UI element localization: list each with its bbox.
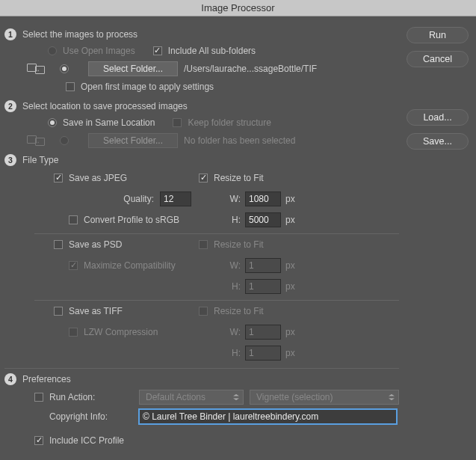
copyright-label: Copyright Info: <box>49 411 108 422</box>
psd-h-input <box>245 279 281 294</box>
save-same-location-radio[interactable] <box>48 118 57 127</box>
psd-resize-checkbox <box>199 240 208 249</box>
run-button[interactable]: Run <box>407 27 469 43</box>
keep-folder-structure-label: Keep folder structure <box>188 117 271 128</box>
copyright-input[interactable] <box>139 409 397 424</box>
psd-w-px: px <box>285 260 295 271</box>
tiff-h-px: px <box>285 348 295 358</box>
save-as-tiff-checkbox[interactable] <box>54 307 63 316</box>
select-dest-folder-radio[interactable] <box>60 136 69 145</box>
run-action-checkbox[interactable] <box>34 393 43 402</box>
max-compat-label: Maximize Compatibility <box>84 260 176 271</box>
psd-h-px: px <box>285 281 295 292</box>
tiff-w-label: W: <box>226 327 241 337</box>
jpeg-resize-checkbox[interactable] <box>199 174 208 183</box>
convert-srgb-checkbox[interactable] <box>69 215 78 224</box>
max-compat-checkbox <box>69 261 78 270</box>
jpeg-quality-label: Quality: <box>123 194 154 204</box>
psd-w-input <box>245 258 281 273</box>
jpeg-h-px: px <box>285 215 295 225</box>
use-open-images-radio <box>48 46 57 55</box>
load-button[interactable]: Load... <box>407 109 469 126</box>
tiff-h-label: H: <box>226 348 241 358</box>
psd-h-label: H: <box>226 281 241 292</box>
keep-folder-structure-checkbox <box>173 118 182 127</box>
step-badge-1: 1 <box>4 28 16 40</box>
jpeg-h-label: H: <box>226 215 241 225</box>
open-first-image-checkbox[interactable] <box>66 82 75 91</box>
use-open-images-label: Use Open Images <box>63 46 135 56</box>
section1-title: Select the images to process <box>22 29 137 40</box>
run-action-label: Run Action: <box>49 392 95 402</box>
include-icc-checkbox[interactable] <box>34 436 43 445</box>
tiff-w-input <box>245 325 281 340</box>
lzw-checkbox <box>69 328 78 337</box>
include-subfolders-label: Include All sub-folders <box>168 46 256 56</box>
jpeg-w-px: px <box>285 194 295 204</box>
jpeg-w-label: W: <box>226 194 241 204</box>
action-select[interactable]: Vignette (selection) <box>250 390 399 405</box>
save-same-location-label: Save in Same Location <box>63 117 155 128</box>
folder-pair-icon: → <box>27 64 45 74</box>
jpeg-quality-input[interactable] <box>160 191 191 206</box>
include-icc-label: Include ICC Profile <box>49 435 124 446</box>
open-first-image-label: Open first image to apply settings <box>81 82 214 92</box>
save-as-tiff-label: Save as TIFF <box>69 306 123 316</box>
jpeg-resize-label: Resize to Fit <box>214 173 264 183</box>
section3-title: File Type <box>22 155 58 165</box>
step-badge-3: 3 <box>4 154 16 166</box>
include-subfolders-checkbox[interactable] <box>153 46 162 55</box>
save-as-jpeg-checkbox[interactable] <box>54 174 63 183</box>
tiff-resize-label: Resize to Fit <box>214 306 264 316</box>
save-as-psd-checkbox[interactable] <box>54 240 63 249</box>
source-path-label: /Users/laurache...ssageBottle/TIF <box>184 64 317 74</box>
section2-title: Select location to save processed images <box>22 101 188 111</box>
no-folder-label: No folder has been selected <box>184 135 295 146</box>
save-button[interactable]: Save... <box>407 133 469 150</box>
jpeg-h-input[interactable] <box>245 212 281 227</box>
window-title: Image Processor <box>0 0 476 16</box>
tiff-h-input <box>245 346 281 361</box>
select-source-folder-button[interactable]: Select Folder... <box>88 61 178 76</box>
cancel-button[interactable]: Cancel <box>407 51 469 67</box>
psd-resize-label: Resize to Fit <box>214 239 264 250</box>
convert-srgb-label: Convert Profile to sRGB <box>84 215 179 225</box>
save-as-psd-label: Save as PSD <box>69 239 122 250</box>
psd-w-label: W: <box>226 260 241 271</box>
action-set-select[interactable]: Default Actions <box>139 390 244 405</box>
select-dest-folder-button[interactable]: Select Folder... <box>88 133 178 148</box>
step-badge-2: 2 <box>4 100 16 112</box>
select-folder-radio[interactable] <box>60 64 69 73</box>
jpeg-w-input[interactable] <box>245 191 281 206</box>
save-as-jpeg-label: Save as JPEG <box>69 173 127 183</box>
lzw-label: LZW Compression <box>84 327 158 337</box>
step-badge-4: 4 <box>4 373 16 385</box>
tiff-w-px: px <box>285 327 295 337</box>
tiff-resize-checkbox <box>199 307 208 316</box>
folder-pair-icon-2: → <box>27 135 45 146</box>
section4-title: Preferences <box>22 374 71 384</box>
